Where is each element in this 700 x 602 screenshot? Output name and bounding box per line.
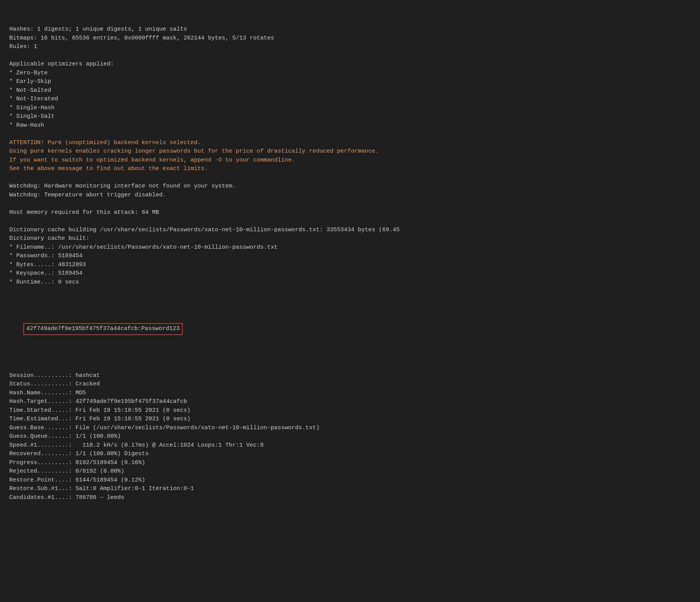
terminal-line: Time.Started.....: Fri Feb 19 15:18:55 2… [9,406,691,415]
terminal-line: Dictionary cache built: [9,234,691,243]
terminal-line [9,52,691,60]
terminal-line: * Filename..: /usr/share/seclists/Passwo… [9,243,691,252]
terminal-output: Hashes: 1 digests; 1 unique digests, 1 u… [9,8,691,511]
terminal-line: Recovered........: 1/1 (100.00%) Digests [9,450,691,459]
terminal-line: Guess.Queue......: 1/1 (100.00%) [9,432,691,441]
terminal-line: Speed.#1.........: 118.2 kH/s (0.17ms) @… [9,441,691,450]
terminal-line: * Single-Hash [9,104,691,113]
terminal-line: Rules: 1 [9,43,691,52]
terminal-line: * Keyspace..: 5189454 [9,269,691,278]
session-output: Session..........: hashcatStatus........… [9,363,691,502]
terminal-line: Watchdog: Hardware monitoring interface … [9,182,691,191]
terminal-line: * Early-Skip [9,77,691,86]
terminal-line: Host memory required for this attack: 64… [9,208,691,217]
terminal-line: * Zero-Byte [9,69,691,78]
terminal-line: * Passwords.: 5189454 [9,252,691,261]
cracked-hash-result: 42f749ade7f9e195bf475f37a44cafcb:Passwor… [23,323,183,335]
terminal-line: * Runtime...: 0 secs [9,278,691,287]
terminal-line: Dictionary cache building /usr/share/sec… [9,226,691,235]
terminal-line [9,130,691,139]
terminal-line [9,200,691,208]
terminal-line: Time.Estimated...: Fri Feb 19 15:18:55 2… [9,415,691,424]
terminal-line: Hashes: 1 digests; 1 unique digests, 1 u… [9,25,691,34]
terminal-line: * Not-Salted [9,86,691,95]
terminal-line: * Raw-Hash [9,121,691,130]
terminal-line: Applicable optimizers applied: [9,60,691,69]
terminal-line [9,363,691,372]
pre-crack-output: Hashes: 1 digests; 1 unique digests, 1 u… [9,25,691,296]
terminal-line [9,174,691,182]
terminal-line: Status...........: Cracked [9,380,691,389]
cracked-result-line: 42f749ade7f9e195bf475f37a44cafcb:Passwor… [9,313,691,346]
terminal-line: Restore.Point....: 6144/5189454 (0.12%) [9,476,691,485]
terminal-line: ATTENTION! Pure (unoptimized) backend ke… [9,139,691,148]
terminal-line: Rejected.........: 0/8192 (0.00%) [9,467,691,476]
terminal-line: Hash.Name........: MD5 [9,389,691,398]
terminal-line [9,217,691,226]
terminal-line: Candidates.#1....: 786786 → leeds [9,494,691,502]
terminal-line: * Single-Salt [9,112,691,121]
terminal-line: Bitmaps: 16 bits, 65536 entries, 0x0000f… [9,34,691,43]
terminal-line: * Bytes.....: 48312893 [9,261,691,270]
terminal-line [9,287,691,296]
terminal-line: Watchdog: Temperature abort trigger disa… [9,191,691,200]
terminal-line: Hash.Target......: 42f749ade7f9e195bf475… [9,397,691,406]
terminal-line: Guess.Base.......: File (/usr/share/secl… [9,424,691,433]
terminal-line: Using pure kernels enables cracking long… [9,147,691,156]
terminal-line: Progress.........: 8192/5189454 (0.16%) [9,459,691,468]
terminal-line: * Not-Iterated [9,95,691,104]
terminal-line: See the above message to find out about … [9,165,691,174]
terminal-line: If you want to switch to optimized backe… [9,156,691,165]
terminal-line: Session..........: hashcat [9,372,691,380]
terminal-line: Restore.Sub.#1...: Salt:0 Amplifier:0-1 … [9,485,691,494]
